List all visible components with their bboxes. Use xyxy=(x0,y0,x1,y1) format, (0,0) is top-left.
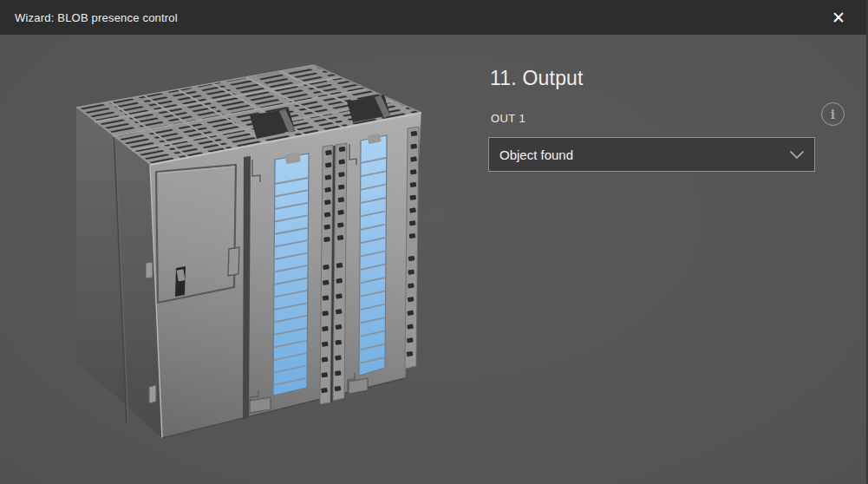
plc-led-column-right xyxy=(405,127,419,369)
plc-led-columns xyxy=(320,143,347,404)
chevron-down-icon xyxy=(790,151,804,159)
plc-3d-illustration xyxy=(0,0,868,484)
out1-dropdown[interactable]: Object found xyxy=(488,137,815,172)
page-title: 11. Output xyxy=(490,67,584,90)
plc-blue-strip-1 xyxy=(273,153,309,396)
close-icon[interactable]: ✕ xyxy=(819,0,858,35)
window-title: Wizard: BLOB presence control xyxy=(15,11,178,24)
info-icon[interactable]: i xyxy=(821,102,845,126)
titlebar: Wizard: BLOB presence control ✕ xyxy=(0,0,868,35)
out1-dropdown-value: Object found xyxy=(499,147,790,162)
out1-label: OUT 1 xyxy=(491,112,525,125)
plc-blue-strip-2 xyxy=(359,134,387,376)
